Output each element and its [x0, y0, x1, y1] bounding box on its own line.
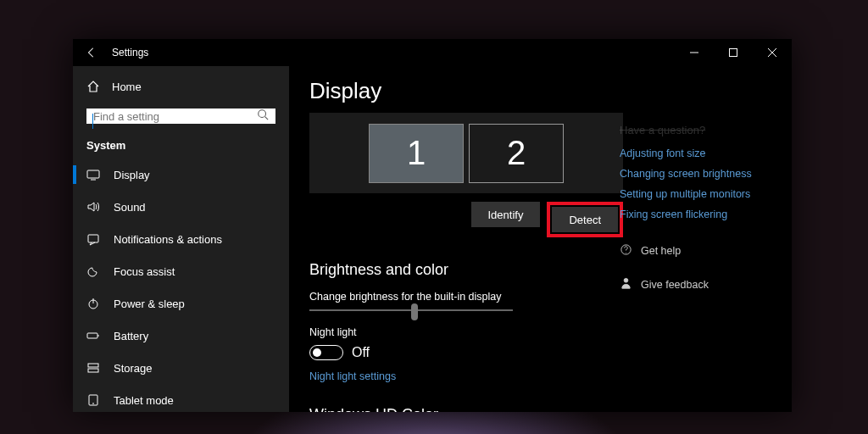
brightness-slider[interactable]: [309, 309, 513, 311]
maximize-button[interactable]: [714, 39, 753, 66]
help-link[interactable]: Adjusting font size: [620, 143, 792, 164]
sidebar-item-notifications[interactable]: Notifications & actions: [73, 223, 289, 255]
titlebar: Settings: [73, 39, 792, 66]
svg-point-1: [259, 110, 266, 118]
help-links: Adjusting font size Changing screen brig…: [620, 143, 792, 225]
feedback-icon: [620, 277, 632, 292]
sidebar-item-storage[interactable]: Storage: [73, 352, 289, 384]
help-link[interactable]: Fixing screen flickering: [620, 204, 792, 225]
monitor-2[interactable]: 2: [469, 124, 564, 183]
svg-rect-5: [87, 333, 97, 338]
nav-label: Display: [114, 169, 150, 181]
nav-label: Notifications & actions: [114, 233, 222, 246]
detect-button[interactable]: Detect: [552, 207, 618, 232]
nav-label: Tablet mode: [114, 394, 174, 407]
night-light-settings-link[interactable]: Night light settings: [309, 370, 640, 382]
identify-button[interactable]: Identify: [471, 202, 541, 227]
sound-icon: [86, 200, 100, 214]
search-input[interactable]: [86, 108, 275, 124]
feedback-link[interactable]: Give feedback: [620, 277, 792, 292]
highlight-box: Detect: [547, 202, 623, 237]
search-field[interactable]: [93, 110, 257, 123]
window-controls: [675, 39, 792, 66]
feedback-label: Give feedback: [641, 279, 709, 291]
close-button[interactable]: [753, 39, 792, 66]
battery-icon: [86, 329, 100, 342]
question-heading: Have a question?: [620, 124, 792, 136]
aside-panel: Have a question? Adjusting font size Cha…: [620, 78, 792, 292]
get-help-link[interactable]: Get help: [620, 243, 792, 259]
minimize-button[interactable]: [675, 39, 714, 66]
sidebar: Home System Display Sound Notifications …: [73, 66, 289, 412]
svg-point-10: [624, 278, 628, 282]
nav-label: Storage: [114, 362, 153, 375]
app-title: Settings: [112, 47, 148, 58]
night-light-label: Night light: [309, 326, 640, 338]
svg-rect-2: [87, 170, 99, 178]
nav-label: Sound: [114, 201, 146, 214]
home-icon: [86, 80, 100, 93]
back-button[interactable]: [83, 44, 100, 61]
search-icon: [257, 108, 269, 124]
power-icon: [86, 297, 100, 310]
get-help-label: Get help: [641, 245, 681, 257]
nav-label: Focus assist: [114, 265, 175, 278]
nav-label: Power & sleep: [114, 298, 185, 310]
night-light-toggle[interactable]: [309, 345, 343, 360]
display-icon: [86, 168, 100, 181]
content: Display 1 2 Identify Detect Brightness a…: [289, 66, 792, 412]
settings-window: Settings Home System Display: [73, 39, 792, 412]
help-link[interactable]: Setting up multiple monitors: [620, 184, 792, 204]
svg-rect-3: [88, 235, 98, 242]
toggle-state: Off: [352, 345, 370, 360]
help-icon: [620, 243, 632, 259]
main-panel: Display 1 2 Identify Detect Brightness a…: [309, 78, 640, 412]
brightness-heading: Brightness and color: [309, 261, 640, 279]
focus-icon: [86, 264, 100, 278]
sidebar-item-tablet[interactable]: Tablet mode: [73, 384, 289, 412]
storage-icon: [86, 361, 100, 375]
display-arrangement[interactable]: 1 2: [309, 113, 623, 193]
sidebar-item-focus[interactable]: Focus assist: [73, 255, 289, 287]
svg-rect-0: [730, 49, 737, 57]
sidebar-category: System: [73, 136, 289, 159]
home-link[interactable]: Home: [73, 73, 289, 100]
monitor-1[interactable]: 1: [369, 124, 464, 183]
sidebar-item-sound[interactable]: Sound: [73, 191, 289, 223]
night-light-row: Off: [309, 345, 640, 360]
svg-rect-7: [88, 369, 98, 372]
text-caret: [92, 114, 93, 129]
sidebar-item-display[interactable]: Display: [73, 159, 289, 191]
sidebar-item-battery[interactable]: Battery: [73, 320, 289, 352]
home-label: Home: [112, 81, 142, 93]
tablet-icon: [86, 393, 100, 407]
sidebar-item-power[interactable]: Power & sleep: [73, 287, 289, 320]
notifications-icon: [86, 232, 100, 246]
nav-label: Battery: [114, 330, 148, 342]
svg-rect-6: [88, 364, 98, 367]
help-link[interactable]: Changing screen brightness: [620, 164, 792, 184]
hdcolor-heading: Windows HD Color: [309, 406, 640, 412]
slider-thumb[interactable]: [411, 303, 418, 320]
window-body: Home System Display Sound Notifications …: [73, 66, 792, 412]
brightness-label: Change brightness for the built-in displ…: [309, 291, 640, 303]
display-actions: Identify Detect: [309, 202, 623, 237]
page-title: Display: [309, 78, 640, 104]
